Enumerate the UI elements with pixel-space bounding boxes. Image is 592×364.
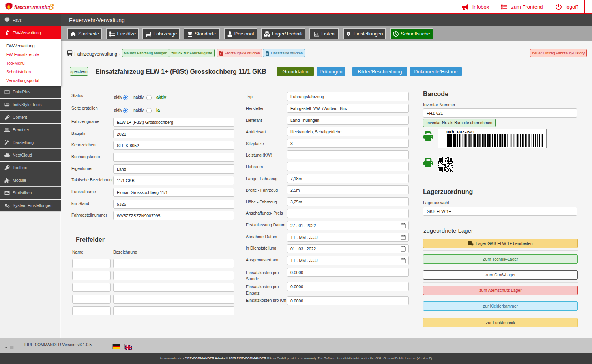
svg-text:UKh FHZ-621: UKh FHZ-621	[446, 130, 475, 134]
